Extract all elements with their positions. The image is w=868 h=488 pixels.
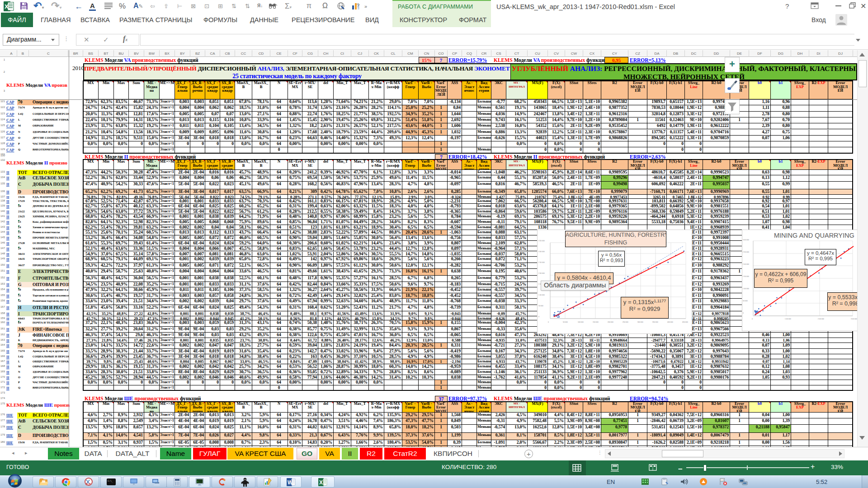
- svg-text:C:\_: C:\_: [108, 479, 113, 483]
- svg-text:Я↓: Я↓: [257, 3, 263, 8]
- svg-text:?: ?: [357, 3, 359, 8]
- svg-text:>_: >_: [197, 480, 200, 483]
- svg-text:X: X: [5, 3, 9, 10]
- svg-text:X: X: [319, 479, 323, 486]
